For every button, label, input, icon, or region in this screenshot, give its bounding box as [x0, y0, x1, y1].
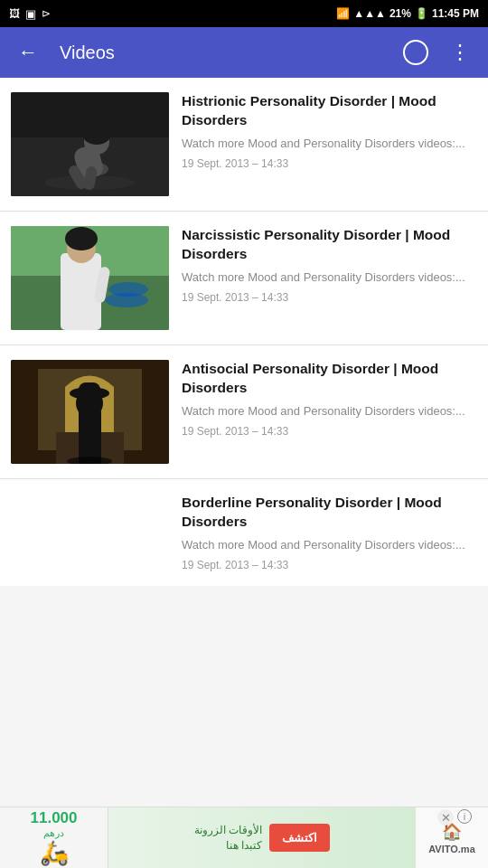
svg-rect-24 [79, 382, 100, 397]
signal-icon: ▲▲▲ [353, 7, 386, 20]
search-button[interactable] [403, 40, 428, 65]
app-icon-2: ▣ [25, 7, 36, 21]
ad-price-section: 11.000 درهم 🛵 [0, 807, 108, 869]
video-desc-4: Watch more Mood and Personality Disorder… [182, 537, 477, 553]
svg-point-13 [105, 293, 148, 307]
ad-discover-button[interactable]: اكتشف [269, 824, 330, 852]
app-bar: ← Videos ⋮ [0, 27, 488, 78]
ad-close-button[interactable]: ✕ [437, 809, 454, 826]
ad-info-button[interactable]: i [457, 809, 472, 824]
list-item[interactable]: Borderline Personality Disorder | Mood D… [0, 479, 488, 586]
more-options-button[interactable]: ⋮ [443, 33, 477, 71]
advertisement-bar: 11.000 درهم 🛵 الأوقات الزرونة كتبدا هنا … [0, 807, 488, 868]
page-title: Videos [60, 42, 389, 63]
ad-price: 11.000 [31, 809, 78, 827]
list-item[interactable]: Narcissistic Personality Disorder | Mood… [0, 212, 488, 345]
status-right: 📶 ▲▲▲ 21% 🔋 11:45 PM [336, 7, 479, 20]
video-thumbnail-2 [11, 226, 169, 330]
ad-content: الأوقات الزرونة كتبدا هنا اكتشف [108, 807, 416, 869]
status-bar: 🖼 ▣ ⊳ 📶 ▲▲▲ 21% 🔋 11:45 PM [0, 0, 488, 27]
video-desc-2: Watch more Mood and Personality Disorder… [182, 269, 477, 286]
ad-text-line1: الأوقات الزرونة [194, 823, 262, 838]
video-date-2: 19 Sept. 2013 – 14:33 [182, 291, 477, 304]
video-thumbnail-3 [11, 360, 169, 464]
video-info-4: Borderline Personality Disorder | Mood D… [182, 494, 477, 571]
scooter-icon: 🛵 [40, 839, 69, 867]
battery-icon: 🔋 [415, 7, 428, 20]
video-title-4: Borderline Personality Disorder | Mood D… [182, 494, 477, 532]
video-list: Histrionic Personality Disorder | Mood D… [0, 78, 488, 649]
ad-text-line2: كتبدا هنا [194, 838, 262, 854]
wifi-icon: 📶 [336, 7, 350, 20]
ad-arabic-text: الأوقات الزرونة كتبدا هنا [194, 823, 262, 854]
list-item[interactable]: Antisocial Personality Disorder | Mood D… [0, 345, 488, 479]
video-info-2: Narcissistic Personality Disorder | Mood… [182, 226, 477, 304]
time-display: 11:45 PM [432, 7, 479, 20]
video-date-3: 19 Sept. 2013 – 14:33 [182, 425, 477, 438]
back-button[interactable]: ← [11, 33, 45, 71]
gallery-icon: 🖼 [9, 7, 20, 20]
video-date-4: 19 Sept. 2013 – 14:33 [182, 559, 477, 571]
svg-rect-21 [79, 410, 101, 464]
video-info-1: Histrionic Personality Disorder | Mood D… [182, 92, 477, 170]
svg-point-6 [83, 127, 110, 145]
video-title-2: Narcissistic Personality Disorder | Mood… [182, 226, 477, 264]
ad-currency: درهم [43, 827, 64, 839]
app-icon-3: ⊳ [42, 7, 51, 20]
video-desc-3: Watch more Mood and Personality Disorder… [182, 403, 477, 420]
video-title-1: Histrionic Personality Disorder | Mood D… [182, 92, 477, 130]
svg-point-16 [65, 227, 98, 250]
battery-percent: 21% [389, 7, 411, 20]
ad-logo-text: AVITO.ma [428, 844, 475, 854]
status-left: 🖼 ▣ ⊳ [9, 7, 51, 21]
svg-rect-14 [61, 253, 101, 330]
video-title-3: Antisocial Personality Disorder | Mood D… [182, 360, 477, 398]
list-item[interactable]: Histrionic Personality Disorder | Mood D… [0, 78, 488, 212]
video-date-1: 19 Sept. 2013 – 14:33 [182, 157, 477, 170]
video-thumbnail-1 [11, 92, 169, 196]
video-list-container: Histrionic Personality Disorder | Mood D… [0, 78, 488, 586]
video-desc-1: Watch more Mood and Personality Disorder… [182, 136, 477, 152]
video-info-3: Antisocial Personality Disorder | Mood D… [182, 360, 477, 438]
